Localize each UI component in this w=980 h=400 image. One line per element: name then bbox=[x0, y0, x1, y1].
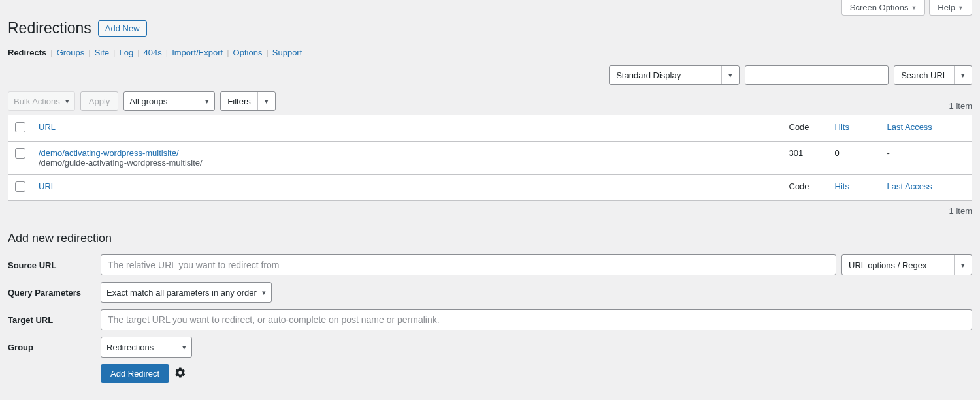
filters-button[interactable]: Filters ▾ bbox=[220, 91, 275, 111]
search-button[interactable]: Search URL ▾ bbox=[894, 65, 972, 85]
row-last-access: - bbox=[881, 142, 972, 175]
label-group: Group bbox=[8, 343, 93, 352]
subnav-site[interactable]: Site bbox=[95, 48, 109, 57]
subnav-log[interactable]: Log bbox=[119, 48, 133, 57]
chevron-down-icon: ▾ bbox=[721, 66, 739, 84]
page-title: Redirections bbox=[8, 20, 91, 37]
subnav-support[interactable]: Support bbox=[272, 48, 302, 57]
subnav-redirects[interactable]: Redirects bbox=[8, 48, 46, 57]
label-target-url: Target URL bbox=[8, 315, 93, 325]
select-all-checkbox-footer[interactable] bbox=[15, 181, 25, 192]
bulk-actions-select[interactable]: Bulk Actions ▾ bbox=[8, 91, 75, 111]
bulk-actions-label: Bulk Actions bbox=[14, 97, 60, 106]
col-code-footer: Code bbox=[783, 175, 828, 201]
subnav-import-export[interactable]: Import/Export bbox=[172, 48, 223, 57]
group-filter-label: All groups bbox=[129, 97, 200, 106]
col-last-access[interactable]: Last Access bbox=[887, 122, 932, 132]
chevron-down-icon: ▼ bbox=[911, 5, 917, 11]
subnav-404s[interactable]: 404s bbox=[144, 48, 162, 57]
display-mode-label: Standard Display bbox=[610, 66, 721, 84]
row-target-url: /demo/guide-activating-wordpress-multisi… bbox=[39, 158, 203, 168]
group-select-value: Redirections bbox=[106, 343, 177, 352]
chevron-down-icon: ▾ bbox=[257, 92, 275, 110]
label-query-params: Query Parameters bbox=[8, 288, 93, 298]
col-code: Code bbox=[783, 115, 828, 142]
col-last-access-footer[interactable]: Last Access bbox=[887, 181, 932, 191]
add-new-button[interactable]: Add New bbox=[98, 20, 147, 37]
label-source-url: Source URL bbox=[8, 260, 93, 270]
col-hits-footer[interactable]: Hits bbox=[835, 181, 849, 191]
chevron-down-icon: ▼ bbox=[958, 5, 964, 11]
filters-label: Filters bbox=[221, 92, 257, 110]
search-input[interactable] bbox=[745, 65, 889, 85]
query-params-value: Exact match all parameters in any order bbox=[106, 288, 257, 298]
select-all-checkbox[interactable] bbox=[15, 122, 25, 132]
target-url-input[interactable] bbox=[101, 309, 972, 330]
items-count-bottom: 1 item bbox=[949, 206, 972, 216]
chevron-down-icon: ▾ bbox=[65, 97, 69, 106]
url-options-select[interactable]: URL options / Regex ▾ bbox=[841, 254, 972, 275]
col-url[interactable]: URL bbox=[39, 122, 56, 132]
chevron-down-icon: ▾ bbox=[954, 255, 972, 275]
chevron-down-icon: ▾ bbox=[954, 66, 972, 84]
apply-button[interactable]: Apply bbox=[80, 91, 119, 111]
group-select[interactable]: Redirections ▾ bbox=[101, 337, 192, 358]
row-code: 301 bbox=[783, 142, 828, 175]
query-params-select[interactable]: Exact match all parameters in any order … bbox=[101, 282, 272, 303]
screen-options-label: Screen Options bbox=[850, 3, 909, 12]
add-redirect-button[interactable]: Add Redirect bbox=[101, 364, 169, 383]
subnav-groups[interactable]: Groups bbox=[57, 48, 85, 57]
redirects-table: URL Code Hits Last Access /demo/activati… bbox=[8, 115, 972, 201]
chevron-down-icon: ▾ bbox=[205, 97, 209, 106]
chevron-down-icon: ▾ bbox=[262, 288, 266, 297]
screen-options-tab[interactable]: Screen Options ▼ bbox=[841, 0, 926, 16]
help-tab[interactable]: Help ▼ bbox=[929, 0, 972, 16]
row-source-url[interactable]: /demo/activating-wordpress-multisite/ bbox=[39, 148, 179, 158]
chevron-down-icon: ▾ bbox=[182, 343, 186, 352]
help-label: Help bbox=[938, 3, 955, 12]
col-hits[interactable]: Hits bbox=[835, 122, 849, 132]
row-checkbox[interactable] bbox=[15, 148, 25, 159]
col-url-footer[interactable]: URL bbox=[39, 181, 56, 191]
url-options-label: URL options / Regex bbox=[842, 255, 954, 275]
display-mode-select[interactable]: Standard Display ▾ bbox=[609, 65, 740, 85]
search-button-label: Search URL bbox=[894, 66, 954, 84]
add-redirect-heading: Add new redirection bbox=[8, 232, 972, 245]
group-filter-select[interactable]: All groups ▾ bbox=[123, 91, 215, 111]
source-url-input[interactable] bbox=[101, 254, 836, 275]
items-count-top: 1 item bbox=[949, 101, 972, 111]
table-row: /demo/activating-wordpress-multisite/ /d… bbox=[8, 142, 972, 175]
row-hits: 0 bbox=[828, 142, 881, 175]
subnav: Redirects | Groups | Site | Log | 404s |… bbox=[8, 48, 972, 57]
gear-icon[interactable] bbox=[174, 367, 186, 380]
subnav-options[interactable]: Options bbox=[233, 48, 263, 57]
